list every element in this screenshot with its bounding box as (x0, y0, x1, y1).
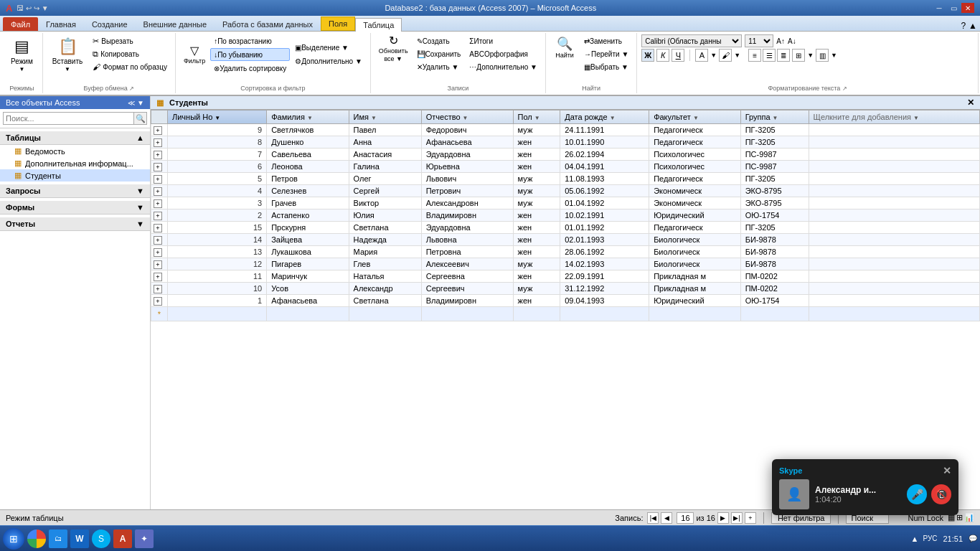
mute-button[interactable]: 🎤 (907, 484, 927, 504)
col-patronymic[interactable]: Отчество ▼ (421, 110, 513, 124)
font-shrink-icon[interactable]: A↓ (788, 37, 796, 45)
taskbar-win-button[interactable]: 🗂 (49, 529, 67, 548)
access-button[interactable]: A (113, 529, 132, 548)
tab-table[interactable]: Таблица (355, 18, 402, 32)
font-name-select[interactable]: Calibri (Область данны (641, 34, 742, 47)
expand-row-button[interactable]: + (154, 224, 162, 232)
mode-button[interactable]: ▤ Режим ▼ (6, 34, 38, 76)
highlight-button[interactable]: 🖌 (719, 49, 732, 62)
nav-next-button[interactable]: ▶ (717, 512, 729, 524)
restore-button[interactable]: ▭ (947, 3, 960, 13)
table-row[interactable]: +9СветлячковПавелФедоровичмуж24.11.1991П… (151, 124, 980, 136)
replace-button[interactable]: ⇄ Заменить (580, 34, 632, 47)
skype-close-button[interactable]: ✕ (943, 465, 951, 476)
view-pivot-icon[interactable]: ⊞ (956, 513, 963, 522)
underline-button[interactable]: Ч (672, 49, 684, 62)
word-button[interactable]: W (70, 529, 89, 548)
create-record-button[interactable]: ✎ Создать (413, 34, 465, 47)
reports-header[interactable]: Отчеты ▼ (0, 217, 150, 231)
help-icon[interactable]: ? (961, 21, 966, 31)
align-left-button[interactable]: ≡ (748, 49, 761, 62)
expand-row-button[interactable]: + (154, 236, 162, 245)
col-add[interactable]: Щелкните для добавления ▼ (809, 110, 979, 124)
clock[interactable]: 21:51 (943, 534, 963, 543)
sort-desc-button[interactable]: ↓ По убыванию (210, 48, 290, 61)
table-row[interactable]: +15ПрскурняСветланаЭдуардовнажен01.01.19… (151, 222, 980, 234)
notification-icon[interactable]: 💬 (969, 534, 977, 542)
font-color-button[interactable]: А (695, 49, 708, 62)
refresh-button[interactable]: ↻ Обновитьвсе ▼ (375, 34, 412, 62)
remove-sort-button[interactable]: ⊗ Удалить сортировку (210, 62, 290, 75)
expand-row-button[interactable]: + (154, 163, 162, 171)
data-table[interactable]: Личный Но▼ Фамилия ▼ Имя ▼ Отчество ▼ По… (151, 110, 980, 509)
expand-row-button[interactable]: + (154, 175, 162, 184)
gridlines-arrow[interactable]: ▼ (807, 52, 814, 59)
expand-row-button[interactable]: + (154, 285, 162, 293)
paste-button[interactable]: 📋 Вставить ▼ (47, 34, 88, 76)
expand-row-button[interactable]: + (154, 260, 162, 269)
font-grow-icon[interactable]: A↑ (776, 37, 785, 45)
close-button[interactable]: ✕ (961, 3, 974, 13)
tab-home[interactable]: Главная (38, 17, 84, 31)
select-button[interactable]: ▦ Выбрать ▼ (580, 60, 632, 73)
table-row[interactable]: +4СелезневСергейПетровичмуж05.06.1992Эко… (151, 185, 980, 197)
col-id[interactable]: Личный Но▼ (168, 110, 267, 124)
tab-file[interactable]: Файл (3, 17, 38, 31)
nav-first-button[interactable]: |◀ (647, 512, 659, 524)
chrome-button[interactable] (27, 529, 46, 548)
col-group[interactable]: Группа ▼ (740, 110, 809, 124)
forms-header[interactable]: Формы ▼ (0, 201, 150, 215)
search-input[interactable] (3, 112, 134, 125)
end-call-button[interactable]: 📵 (931, 484, 951, 504)
skype-button[interactable]: S (92, 529, 110, 548)
col-faculty[interactable]: Факультет ▼ (649, 110, 741, 124)
table-row[interactable]: +7СавельеваАнастасияЭдуардовнажен26.02.1… (151, 149, 980, 161)
nav-prev-button[interactable]: ◀ (661, 512, 672, 524)
align-center-button[interactable]: ☰ (763, 49, 776, 62)
sort-asc-button[interactable]: ↑ По возрастанию (210, 34, 290, 47)
expand-row-button[interactable]: + (154, 212, 162, 220)
table-row[interactable]: +11МаринчукНатальяСергеевнажен22.09.1991… (151, 270, 980, 283)
table-row[interactable]: +12ПигаревГлевАлексеевичмуж14.02.1993Био… (151, 258, 980, 270)
table-row[interactable]: +1АфанасьеваСветланаВладимировнжен09.04.… (151, 295, 980, 307)
expand-row-button[interactable]: + (154, 126, 162, 135)
tab-create[interactable]: Создание (84, 17, 136, 31)
save-record-button[interactable]: 💾 Сохранить (413, 47, 465, 60)
table-row[interactable]: +5ПетровОлегЛьвовичмуж11.08.1993Педагоги… (151, 173, 980, 185)
tray-lang[interactable]: РУС (923, 534, 937, 542)
extra-button[interactable]: ✦ (135, 529, 154, 548)
table-row[interactable]: +2АстапенкоЮлияВладимировнжен10.02.1991Ю… (151, 209, 980, 222)
tree-item-vedomost[interactable]: ▦Ведомость (0, 145, 150, 157)
start-button[interactable]: ⊞ (3, 528, 24, 550)
font-size-select[interactable]: 11 (745, 34, 773, 47)
tray-show-icon[interactable]: ▲ (911, 534, 919, 543)
col-birthdate[interactable]: Дата рожде ▼ (560, 110, 649, 124)
table-row[interactable]: +14ЗайцеваНадеждаЛьвовнажен02.01.1993Био… (151, 234, 980, 246)
gridlines-button[interactable]: ⊞ (792, 49, 805, 62)
italic-button[interactable]: К (656, 49, 669, 62)
totals-button[interactable]: Σ Итоги (466, 34, 541, 47)
spell-button[interactable]: ABC Орфография (466, 47, 541, 60)
tab-database[interactable]: Работа с базами данных (215, 17, 321, 31)
advanced-filter-button[interactable]: ⚙ Дополнительно ▼ (291, 55, 366, 68)
alt-row-button[interactable]: ▥ (816, 49, 829, 62)
panel-options-icon[interactable]: ≪ ▼ (128, 99, 144, 107)
col-lastname[interactable]: Фамилия ▼ (267, 110, 349, 124)
queries-header[interactable]: Запросы ▼ (0, 184, 150, 198)
tree-item-dop-info[interactable]: ▦Дополнительная информац... (0, 157, 150, 169)
expand-row-button[interactable]: + (154, 187, 162, 196)
col-gender[interactable]: Пол ▼ (513, 110, 560, 124)
new-row-input[interactable] (172, 309, 230, 319)
alt-row-arrow[interactable]: ▼ (831, 52, 837, 59)
minimize-ribbon-icon[interactable]: ▲ (969, 21, 977, 31)
tables-header[interactable]: Таблицы ▲ (0, 131, 150, 145)
expand-row-button[interactable]: + (154, 151, 162, 159)
more-records-button[interactable]: ⋯ Дополнительно ▼ (466, 60, 541, 73)
expand-row-button[interactable]: + (154, 273, 162, 281)
bold-button[interactable]: Ж (641, 49, 654, 62)
expand-row-button[interactable]: + (154, 248, 162, 257)
table-row[interactable]: +13ЛукашковаМарияПетровнажен28.06.1992Би… (151, 246, 980, 258)
copy-button[interactable]: ⧉ Копировать (89, 47, 171, 60)
view-chart-icon[interactable]: 📊 (964, 513, 974, 522)
tree-item-students[interactable]: ▦Студенты (0, 169, 150, 182)
